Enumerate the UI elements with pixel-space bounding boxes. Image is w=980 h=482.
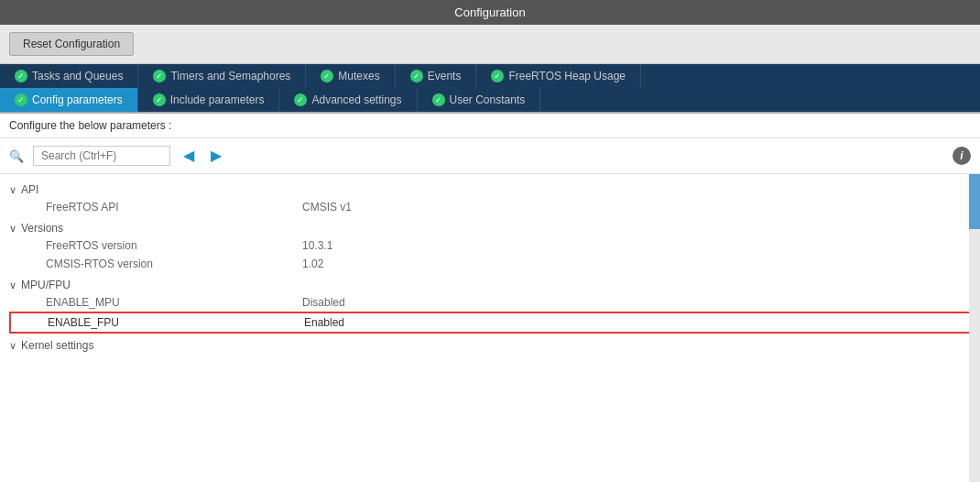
param-row-freertos-version: FreeRTOS version 10.3.1 bbox=[9, 236, 971, 255]
tab-advanced[interactable]: ✓Advanced settings bbox=[279, 88, 417, 112]
section-api: ∨API FreeRTOS API CMSIS v1 bbox=[9, 178, 971, 216]
section-label-mpu-fpu: MPU/FPU bbox=[21, 279, 71, 291]
tab-icon-tasks: ✓ bbox=[15, 70, 27, 82]
tab-mutexes[interactable]: ✓Mutexes bbox=[306, 64, 395, 88]
param-row-cmsis-rtos-version: CMSIS-RTOS version 1.02 bbox=[9, 255, 971, 273]
configure-bar: Configure the below parameters : bbox=[0, 114, 980, 138]
tab-label-mutexes: Mutexes bbox=[338, 70, 379, 82]
title-bar: Configuration bbox=[0, 0, 980, 25]
tab-label-advanced: Advanced settings bbox=[311, 93, 401, 106]
tab-label-tasks: Tasks and Queues bbox=[32, 70, 123, 82]
tab-freertos-heap[interactable]: ✓FreeRTOS Heap Usage bbox=[476, 64, 641, 88]
scrollbar-track[interactable] bbox=[969, 174, 980, 482]
section-label-api: API bbox=[21, 183, 38, 196]
tab-include-params[interactable]: ✓Include parameters bbox=[138, 88, 280, 112]
param-name: FreeRTOS version bbox=[46, 239, 302, 252]
tab-events[interactable]: ✓Events bbox=[396, 64, 477, 88]
chevron-icon-api: ∨ bbox=[9, 184, 16, 196]
reset-config-button[interactable]: Reset Configuration bbox=[9, 32, 134, 56]
tab-label-include-params: Include parameters bbox=[170, 93, 265, 106]
chevron-icon-mpu-fpu: ∨ bbox=[9, 279, 16, 291]
section-versions: ∨Versions FreeRTOS version 10.3.1 CMSIS-… bbox=[9, 216, 971, 273]
tab-icon-timers: ✓ bbox=[153, 70, 166, 82]
section-label-versions: Versions bbox=[21, 222, 63, 235]
configure-text: Configure the below parameters : bbox=[9, 119, 171, 132]
param-value: CMSIS v1 bbox=[302, 201, 352, 214]
content-area: ∨API FreeRTOS API CMSIS v1 ∨Versions Fre… bbox=[0, 174, 980, 482]
tab-tasks[interactable]: ✓Tasks and Queues bbox=[0, 64, 138, 88]
param-name: ENABLE_MPU bbox=[46, 296, 302, 309]
title-label: Configuration bbox=[454, 5, 525, 19]
section-header-api[interactable]: ∨API bbox=[9, 178, 971, 198]
param-value: 1.02 bbox=[302, 257, 323, 270]
scrollbar-thumb[interactable] bbox=[969, 174, 980, 229]
tab-icon-mutexes: ✓ bbox=[321, 70, 333, 82]
tabs-row1: ✓Tasks and Queues✓Timers and Semaphores✓… bbox=[0, 64, 980, 88]
param-name: ENABLE_FPU bbox=[48, 316, 304, 329]
chevron-icon-kernel-settings: ∨ bbox=[9, 340, 16, 352]
param-value: 10.3.1 bbox=[302, 239, 332, 252]
chevron-icon-versions: ∨ bbox=[9, 223, 16, 235]
section-mpu-fpu: ∨MPU/FPU ENABLE_MPU Disabled ENABLE_FPU … bbox=[9, 273, 971, 334]
section-header-versions[interactable]: ∨Versions bbox=[9, 216, 971, 236]
param-name: FreeRTOS API bbox=[46, 201, 302, 214]
param-row-freertos-api: FreeRTOS API CMSIS v1 bbox=[9, 198, 971, 216]
param-name: CMSIS-RTOS version bbox=[46, 257, 302, 270]
tab-label-timers: Timers and Semaphores bbox=[170, 70, 290, 82]
tab-timers[interactable]: ✓Timers and Semaphores bbox=[138, 64, 306, 88]
tab-label-freertos-heap: FreeRTOS Heap Usage bbox=[508, 70, 626, 82]
info-button[interactable]: i bbox=[953, 147, 971, 165]
info-icon: i bbox=[960, 149, 963, 162]
tab-label-config-params: Config parameters bbox=[32, 93, 123, 106]
tab-icon-advanced: ✓ bbox=[294, 93, 307, 106]
param-value: Enabled bbox=[304, 316, 344, 329]
param-row-enable-mpu: ENABLE_MPU Disabled bbox=[9, 293, 971, 312]
tab-label-user-constants: User Constants bbox=[450, 93, 526, 106]
section-label-kernel-settings: Kernel settings bbox=[21, 339, 93, 352]
tab-icon-freertos-heap: ✓ bbox=[491, 70, 504, 82]
tab-config-params[interactable]: ✓Config parameters bbox=[0, 88, 138, 112]
tab-user-constants[interactable]: ✓User Constants bbox=[418, 88, 541, 112]
toolbar: Reset Configuration bbox=[0, 25, 980, 64]
search-bar: 🔍 ◀ ▶ i bbox=[0, 138, 980, 174]
section-header-mpu-fpu[interactable]: ∨MPU/FPU bbox=[9, 273, 971, 293]
param-row-enable-fpu[interactable]: ENABLE_FPU Enabled bbox=[9, 312, 971, 334]
tab-icon-events: ✓ bbox=[410, 70, 423, 82]
section-header-kernel-settings[interactable]: ∨Kernel settings bbox=[9, 334, 971, 354]
section-kernel-settings: ∨Kernel settings bbox=[9, 334, 971, 354]
tab-icon-config-params: ✓ bbox=[15, 93, 27, 106]
param-value: Disabled bbox=[302, 296, 345, 309]
search-input[interactable] bbox=[33, 146, 170, 166]
tab-icon-user-constants: ✓ bbox=[432, 93, 445, 106]
tabs-row2: ✓Config parameters✓Include parameters✓Ad… bbox=[0, 88, 980, 114]
tab-label-events: Events bbox=[428, 70, 462, 82]
tab-icon-include-params: ✓ bbox=[153, 93, 166, 106]
next-button[interactable]: ▶ bbox=[207, 148, 225, 163]
prev-button[interactable]: ◀ bbox=[180, 148, 198, 163]
search-icon: 🔍 bbox=[9, 149, 24, 163]
